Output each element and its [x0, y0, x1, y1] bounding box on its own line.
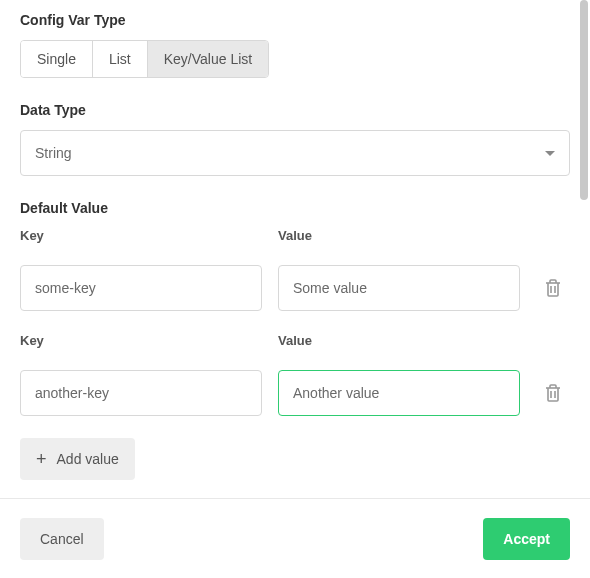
default-value-label: Default Value	[20, 200, 570, 216]
config-var-type-label: Config Var Type	[20, 12, 570, 28]
key-input[interactable]	[20, 370, 262, 416]
tab-key-value-list[interactable]: Key/Value List	[148, 41, 268, 77]
tab-single[interactable]: Single	[21, 41, 93, 77]
value-input[interactable]	[278, 370, 520, 416]
value-column-label: Value	[278, 228, 520, 243]
data-type-label: Data Type	[20, 102, 570, 118]
data-type-select[interactable]: String	[20, 130, 570, 176]
add-value-label: Add value	[57, 451, 119, 467]
kv-row	[20, 370, 570, 416]
trash-icon	[545, 384, 561, 402]
kv-labels-row: Key Value	[20, 228, 570, 253]
accept-button[interactable]: Accept	[483, 518, 570, 560]
config-var-type-tabs: Single List Key/Value List	[20, 40, 269, 78]
delete-row-button[interactable]	[536, 380, 570, 406]
scrollbar-track	[578, 0, 590, 498]
kv-row	[20, 265, 570, 311]
tab-list[interactable]: List	[93, 41, 148, 77]
trash-icon	[545, 279, 561, 297]
value-column-label: Value	[278, 333, 520, 348]
cancel-button[interactable]: Cancel	[20, 518, 104, 560]
key-column-label: Key	[20, 333, 262, 348]
value-input[interactable]	[278, 265, 520, 311]
data-type-selected: String	[35, 145, 72, 161]
key-column-label: Key	[20, 228, 262, 243]
delete-row-button[interactable]	[536, 275, 570, 301]
add-value-button[interactable]: + Add value	[20, 438, 135, 480]
plus-icon: +	[36, 450, 47, 468]
chevron-down-icon	[545, 151, 555, 156]
scrollbar-thumb[interactable]	[580, 0, 588, 200]
dialog-footer: Cancel Accept	[0, 498, 590, 578]
kv-labels-row: Key Value	[20, 333, 570, 358]
key-input[interactable]	[20, 265, 262, 311]
